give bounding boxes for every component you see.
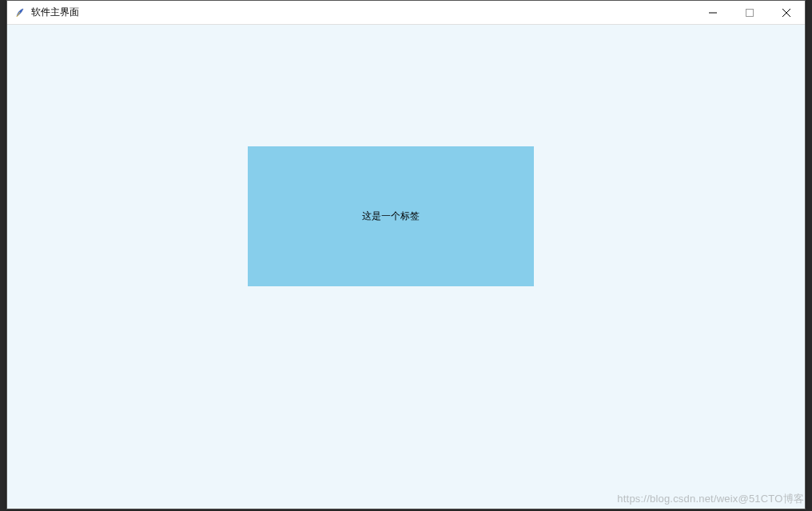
- window-title: 软件主界面: [31, 6, 79, 19]
- window-controls: [695, 1, 805, 24]
- maximize-icon: [746, 9, 754, 17]
- svg-rect-1: [746, 9, 754, 16]
- application-window: 软件主界面 这是一个标签: [6, 0, 806, 509]
- minimize-button[interactable]: [695, 1, 731, 24]
- minimize-icon: [709, 9, 717, 17]
- close-button[interactable]: [768, 1, 805, 24]
- maximize-button[interactable]: [731, 1, 768, 24]
- client-area: 这是一个标签: [7, 25, 805, 509]
- feather-icon: [14, 6, 26, 19]
- close-icon: [782, 9, 790, 17]
- main-label: 这是一个标签: [248, 146, 534, 286]
- main-label-text: 这是一个标签: [362, 210, 420, 223]
- titlebar[interactable]: 软件主界面: [7, 1, 805, 25]
